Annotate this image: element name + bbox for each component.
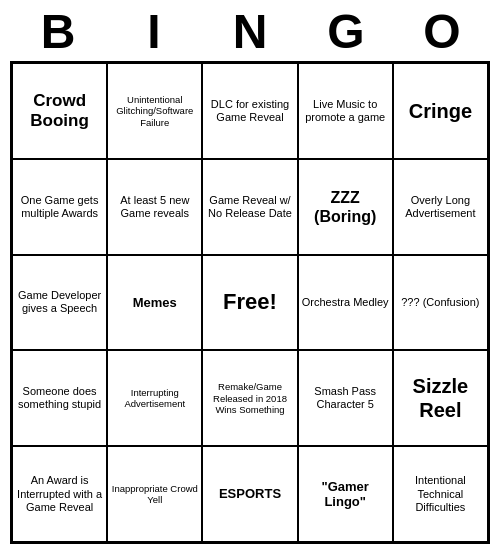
cell-r0-c0: Crowd Booing	[12, 63, 107, 159]
cell-r1-c0: One Game gets multiple Awards	[12, 159, 107, 255]
cell-text-r0-c4: Cringe	[409, 99, 472, 123]
cell-r3-c0: Someone does something stupid	[12, 350, 107, 446]
cell-r0-c3: Live Music to promote a game	[298, 63, 393, 159]
cell-r2-c2: Free!	[202, 255, 297, 351]
cell-text-r3-c2: Remake/Game Released in 2018 Wins Someth…	[206, 381, 293, 415]
cell-r3-c4: Sizzle Reel	[393, 350, 488, 446]
cell-r4-c4: Intentional Technical Difficulties	[393, 446, 488, 542]
cell-r3-c2: Remake/Game Released in 2018 Wins Someth…	[202, 350, 297, 446]
cell-text-r3-c1: Interrupting Advertisement	[111, 387, 198, 410]
cell-text-r2-c0: Game Developer gives a Speech	[16, 289, 103, 315]
bingo-header: B I N G O	[10, 0, 490, 61]
letter-i: I	[110, 4, 198, 59]
cell-text-r0-c0: Crowd Booing	[16, 91, 103, 132]
cell-text-r2-c4: ??? (Confusion)	[401, 296, 479, 309]
cell-text-r4-c0: An Award is Interrupted with a Game Reve…	[16, 474, 103, 514]
bingo-grid: Crowd BooingUnintentional Glitching/Soft…	[10, 61, 490, 544]
cell-r1-c2: Game Reveal w/ No Release Date	[202, 159, 297, 255]
cell-text-r2-c2: Free!	[223, 289, 277, 315]
cell-r3-c1: Interrupting Advertisement	[107, 350, 202, 446]
cell-text-r0-c3: Live Music to promote a game	[302, 98, 389, 124]
cell-text-r1-c3: ZZZ (Boring)	[302, 188, 389, 226]
cell-r2-c1: Memes	[107, 255, 202, 351]
cell-r1-c4: Overly Long Advertisement	[393, 159, 488, 255]
cell-r4-c1: Inappropriate Crowd Yell	[107, 446, 202, 542]
cell-r2-c4: ??? (Confusion)	[393, 255, 488, 351]
cell-r1-c1: At least 5 new Game reveals	[107, 159, 202, 255]
cell-text-r0-c2: DLC for existing Game Reveal	[206, 98, 293, 124]
cell-r4-c2: ESPORTS	[202, 446, 297, 542]
cell-text-r4-c4: Intentional Technical Difficulties	[397, 474, 484, 514]
cell-text-r4-c1: Inappropriate Crowd Yell	[111, 483, 198, 506]
cell-text-r2-c3: Orchestra Medley	[302, 296, 389, 309]
cell-text-r0-c1: Unintentional Glitching/Software Failure	[111, 94, 198, 128]
cell-r4-c3: "Gamer Lingo"	[298, 446, 393, 542]
cell-text-r4-c2: ESPORTS	[219, 486, 281, 502]
letter-g: G	[302, 4, 390, 59]
cell-text-r1-c4: Overly Long Advertisement	[397, 194, 484, 220]
cell-text-r2-c1: Memes	[133, 295, 177, 311]
cell-text-r1-c0: One Game gets multiple Awards	[16, 194, 103, 220]
cell-text-r1-c2: Game Reveal w/ No Release Date	[206, 194, 293, 220]
cell-r1-c3: ZZZ (Boring)	[298, 159, 393, 255]
cell-r3-c3: Smash Pass Character 5	[298, 350, 393, 446]
cell-r0-c1: Unintentional Glitching/Software Failure	[107, 63, 202, 159]
cell-r4-c0: An Award is Interrupted with a Game Reve…	[12, 446, 107, 542]
letter-n: N	[206, 4, 294, 59]
cell-r0-c2: DLC for existing Game Reveal	[202, 63, 297, 159]
cell-text-r1-c1: At least 5 new Game reveals	[111, 194, 198, 220]
cell-r0-c4: Cringe	[393, 63, 488, 159]
cell-r2-c3: Orchestra Medley	[298, 255, 393, 351]
cell-r2-c0: Game Developer gives a Speech	[12, 255, 107, 351]
letter-b: B	[14, 4, 102, 59]
cell-text-r3-c3: Smash Pass Character 5	[302, 385, 389, 411]
letter-o: O	[398, 4, 486, 59]
cell-text-r3-c0: Someone does something stupid	[16, 385, 103, 411]
cell-text-r3-c4: Sizzle Reel	[397, 374, 484, 422]
cell-text-r4-c3: "Gamer Lingo"	[302, 479, 389, 510]
